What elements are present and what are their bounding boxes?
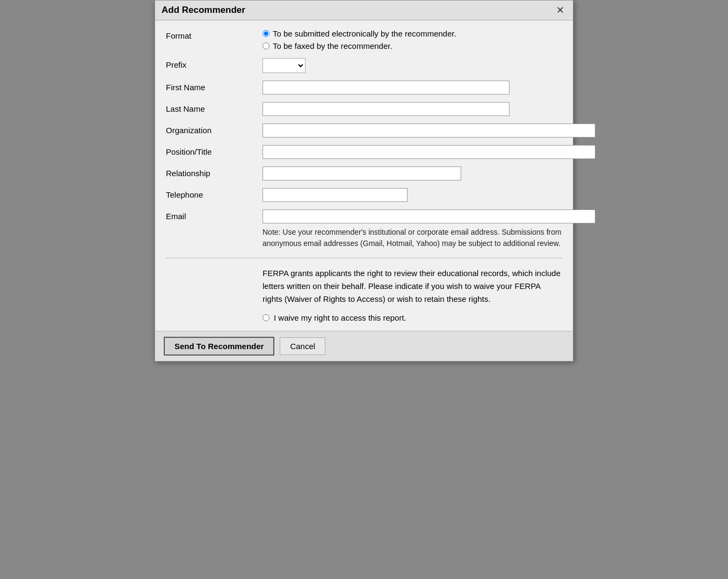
- section-divider: [166, 258, 562, 258]
- organization-control: [263, 124, 595, 137]
- last-name-row: Last Name: [166, 102, 562, 116]
- send-to-recommender-button[interactable]: Send To Recommender: [164, 337, 274, 356]
- close-button[interactable]: ✕: [554, 5, 566, 15]
- telephone-control: [263, 188, 562, 202]
- format-radio-fax[interactable]: [263, 42, 270, 49]
- last-name-input[interactable]: [263, 102, 509, 116]
- position-row: Position/Title: [166, 145, 562, 159]
- relationship-control: [263, 167, 562, 180]
- dialog-body: Format To be submitted electronically by…: [155, 20, 573, 331]
- format-option2[interactable]: To be faxed by the recommender.: [263, 41, 562, 50]
- prefix-label: Prefix: [166, 58, 263, 69]
- first-name-row: First Name: [166, 81, 562, 95]
- last-name-control: [263, 102, 562, 116]
- email-note: Note: Use your recommender's institution…: [263, 227, 595, 249]
- prefix-control: Mr. Ms. Mrs. Dr. Prof.: [263, 58, 562, 73]
- organization-row: Organization: [166, 124, 562, 137]
- dialog-titlebar: Add Recommender ✕: [155, 1, 573, 20]
- cancel-button[interactable]: Cancel: [280, 337, 325, 355]
- format-option1[interactable]: To be submitted electronically by the re…: [263, 29, 562, 38]
- position-input[interactable]: [263, 145, 595, 159]
- relationship-label: Relationship: [166, 167, 263, 178]
- last-name-label: Last Name: [166, 102, 263, 113]
- email-label: Email: [166, 209, 263, 221]
- email-control: Note: Use your recommender's institution…: [263, 209, 595, 249]
- format-control: To be submitted electronically by the re…: [263, 29, 562, 50]
- format-option1-label: To be submitted electronically by the re…: [273, 29, 456, 38]
- organization-label: Organization: [166, 124, 263, 135]
- format-label: Format: [166, 29, 263, 40]
- format-radio-electronic[interactable]: [263, 30, 270, 37]
- telephone-row: Telephone: [166, 188, 562, 202]
- format-row: Format To be submitted electronically by…: [166, 29, 562, 50]
- add-recommender-dialog: Add Recommender ✕ Format To be submitted…: [155, 0, 573, 361]
- ferpa-radio-row: I waive my right to access this report.: [263, 313, 562, 322]
- first-name-input[interactable]: [263, 81, 509, 95]
- first-name-label: First Name: [166, 81, 263, 92]
- ferpa-waive-label: I waive my right to access this report.: [274, 313, 406, 322]
- relationship-row: Relationship: [166, 167, 562, 180]
- dialog-footer: Send To Recommender Cancel: [155, 331, 573, 361]
- ferpa-text: FERPA grants applicants the right to rev…: [263, 267, 562, 306]
- ferpa-waive-radio[interactable]: [263, 314, 270, 321]
- position-control: [263, 145, 595, 159]
- first-name-control: [263, 81, 562, 95]
- relationship-input[interactable]: [263, 167, 461, 180]
- telephone-label: Telephone: [166, 188, 263, 199]
- dialog-title: Add Recommender: [162, 5, 245, 16]
- position-label: Position/Title: [166, 145, 263, 156]
- prefix-row: Prefix Mr. Ms. Mrs. Dr. Prof.: [166, 58, 562, 73]
- organization-input[interactable]: [263, 124, 595, 137]
- email-row: Email Note: Use your recommender's insti…: [166, 209, 562, 249]
- format-option2-label: To be faxed by the recommender.: [273, 41, 392, 50]
- email-input[interactable]: [263, 209, 595, 223]
- prefix-select[interactable]: Mr. Ms. Mrs. Dr. Prof.: [263, 58, 305, 73]
- telephone-input[interactable]: [263, 188, 407, 202]
